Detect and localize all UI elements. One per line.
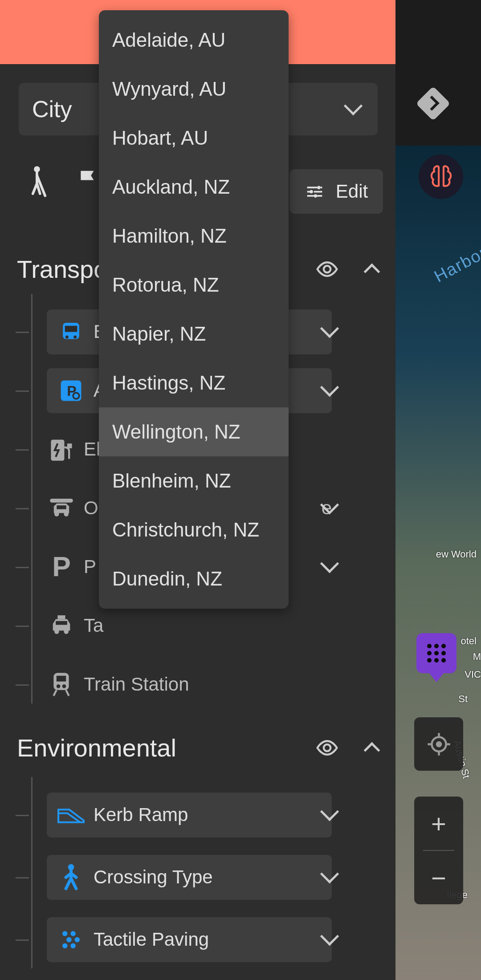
header-dark-area — [395, 0, 481, 146]
city-option[interactable]: Christchurch, NZ — [99, 505, 289, 554]
layer-item-body: Ta — [47, 611, 332, 640]
layer-item-body: Kerb Ramp — [47, 793, 332, 838]
city-option[interactable]: Wellington, NZ — [99, 407, 289, 456]
map-poi-otel: otel — [461, 635, 477, 647]
svg-point-36 — [70, 931, 75, 936]
layer-item[interactable]: Train Station — [31, 662, 332, 707]
svg-point-26 — [54, 629, 59, 634]
layer-item[interactable]: Kerb Ramp — [31, 793, 332, 837]
train-icon — [47, 670, 76, 699]
layer-item-label: El — [84, 439, 100, 460]
city-option[interactable]: Dunedin, NZ — [99, 554, 289, 603]
section-environmental-title: Environmental — [17, 733, 176, 762]
svg-point-39 — [62, 943, 67, 948]
svg-text:P: P — [67, 382, 76, 399]
map-poi-m: M — [473, 651, 481, 663]
city-selector-label: City — [32, 96, 72, 122]
zoom-in-button[interactable]: + — [414, 797, 463, 850]
svg-point-27 — [64, 629, 69, 634]
city-option[interactable]: Hobart, AU — [99, 114, 289, 163]
layer-item[interactable]: Ta — [31, 603, 332, 648]
brain-svg-icon — [427, 163, 456, 191]
svg-rect-23 — [57, 505, 66, 509]
persona-icon-row — [27, 165, 100, 198]
map-poi-newworld: ew World — [436, 549, 477, 560]
chevron-down-icon — [346, 104, 360, 114]
tactile-icon — [57, 925, 86, 954]
svg-point-38 — [75, 937, 80, 942]
layer-item-label: Crossing Type — [94, 866, 213, 888]
chevron-down-icon[interactable] — [323, 809, 336, 820]
map-poi-st: St — [458, 693, 468, 705]
svg-point-32 — [62, 684, 66, 688]
layer-item-body: Crossing Type — [47, 855, 332, 900]
kerb-ramp-icon — [57, 801, 86, 830]
map-poi-vic: VIC — [465, 669, 481, 680]
eye-icon[interactable] — [315, 261, 339, 277]
svg-point-8 — [310, 190, 313, 193]
city-option[interactable]: Hamilton, NZ — [99, 211, 289, 260]
layer-item-body: Train Station — [47, 670, 332, 699]
city-option[interactable]: Blenheim, NZ — [99, 456, 289, 505]
chevron-up-icon[interactable] — [364, 263, 380, 280]
car-roof-icon — [47, 494, 76, 523]
svg-point-10 — [324, 266, 330, 272]
city-dropdown-menu: Adelaide, AUWynyard, AUHobart, AUAucklan… — [99, 10, 289, 609]
chevron-down-icon[interactable] — [323, 934, 336, 945]
zoom-controls: + − — [414, 797, 463, 904]
svg-rect-30 — [57, 676, 66, 682]
svg-rect-19 — [67, 443, 72, 448]
svg-rect-25 — [57, 615, 65, 619]
parking-icon: P — [47, 553, 76, 581]
map-marker-poi[interactable] — [416, 633, 457, 673]
svg-point-35 — [62, 931, 67, 936]
layer-item-label: Ta — [84, 615, 103, 636]
svg-point-37 — [66, 937, 71, 942]
city-option[interactable]: Auckland, NZ — [99, 163, 289, 211]
map-label-harbour: Harbour — [431, 238, 481, 286]
chevron-down-icon[interactable] — [323, 872, 336, 882]
svg-point-31 — [57, 684, 61, 688]
crosshair-icon — [427, 732, 451, 756]
layer-item[interactable]: Crossing Type — [31, 855, 332, 899]
environmental-tree: Kerb RampCrossing TypeTactile Paving — [31, 777, 332, 968]
locate-button[interactable] — [414, 717, 463, 771]
layer-item-label: O — [84, 497, 98, 519]
blind-cane-icon[interactable] — [27, 165, 51, 198]
map-marker-dots-icon — [427, 644, 446, 663]
city-option[interactable]: Rotorua, NZ — [99, 260, 289, 309]
svg-point-13 — [65, 335, 69, 338]
svg-point-14 — [73, 335, 77, 338]
brain-logo-icon[interactable] — [419, 155, 463, 199]
svg-point-7 — [317, 186, 321, 189]
accessible-parking-icon: P — [57, 376, 86, 405]
layer-item[interactable]: Tactile Paving — [31, 917, 332, 962]
layer-item-label: P — [84, 556, 96, 577]
svg-rect-12 — [65, 325, 77, 332]
flag-icon[interactable] — [76, 163, 100, 196]
layer-item-label: Tactile Paving — [94, 929, 209, 950]
layer-item-label: Kerb Ramp — [94, 804, 188, 825]
svg-rect-29 — [53, 673, 69, 690]
zoom-out-button[interactable]: − — [414, 851, 463, 904]
ev-charge-icon — [47, 435, 76, 464]
city-option[interactable]: Napier, NZ — [99, 309, 289, 358]
chevron-down-icon[interactable] — [323, 385, 336, 396]
svg-point-33 — [324, 744, 330, 751]
svg-point-21 — [54, 512, 59, 516]
city-option[interactable]: Adelaide, AU — [99, 16, 289, 65]
city-option[interactable]: Wynyard, AU — [99, 65, 289, 114]
bus-icon — [57, 317, 86, 346]
edit-button[interactable]: Edit — [289, 169, 383, 214]
chevron-up-icon[interactable] — [364, 742, 380, 758]
tune-icon — [305, 182, 325, 202]
svg-rect-20 — [50, 499, 73, 503]
eye-icon[interactable] — [315, 740, 339, 756]
svg-point-1 — [436, 741, 442, 747]
chevron-down-icon[interactable] — [323, 503, 336, 513]
chevron-down-icon[interactable] — [323, 326, 336, 337]
crossing-icon — [57, 863, 86, 892]
svg-text:P: P — [52, 553, 71, 580]
chevron-down-icon[interactable] — [323, 561, 336, 572]
city-option[interactable]: Hastings, NZ — [99, 358, 289, 407]
